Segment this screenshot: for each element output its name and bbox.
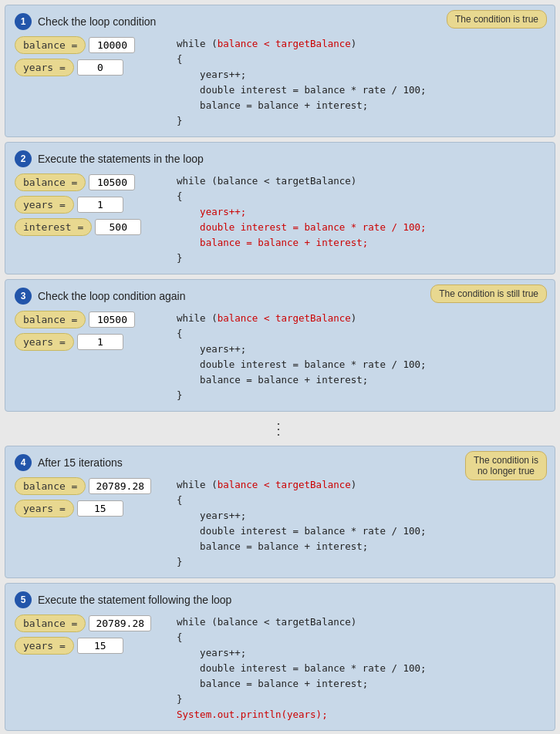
- step-title: Execute the statements in the loop: [38, 153, 204, 165]
- tooltip-bubble: The condition is true: [447, 10, 547, 29]
- variables-panel: balance = 10500 years = 1 interest = 500: [15, 173, 161, 236]
- var-row: years = 1: [15, 333, 161, 351]
- var-label: balance =: [15, 36, 86, 54]
- var-value: 10500: [89, 174, 135, 190]
- step-content: balance = 20789.28 years = 15 while (bal…: [15, 614, 545, 722]
- step-header: 5 Execute the statement following the lo…: [15, 591, 545, 608]
- code-panel: while (balance < targetBalance){ years++…: [177, 614, 545, 722]
- var-value: 500: [95, 219, 141, 235]
- var-label: balance =: [15, 614, 86, 632]
- step-block-2: 2 Execute the statements in the loop bal…: [5, 142, 555, 274]
- step-content: balance = 10500 years = 1 interest = 500…: [15, 173, 545, 266]
- step-header: 2 Execute the statements in the loop: [15, 150, 545, 167]
- var-value: 20789.28: [89, 615, 151, 631]
- var-label: years =: [15, 59, 74, 76]
- var-value: 15: [77, 638, 123, 654]
- step-number: 2: [15, 150, 32, 167]
- variables-panel: balance = 10000 years = 0: [15, 36, 161, 76]
- step-block-1: The condition is true 1 Check the loop c…: [5, 5, 555, 137]
- var-row: balance = 10000: [15, 36, 161, 54]
- var-label: years =: [15, 333, 74, 351]
- step-block-3: The condition is still true 3 Check the …: [5, 279, 555, 412]
- code-panel: while (balance < targetBalance){ years++…: [177, 173, 545, 266]
- var-label: balance =: [15, 477, 86, 495]
- step-number: 1: [15, 13, 32, 30]
- var-value: 10000: [89, 37, 135, 53]
- code-panel: while (balance < targetBalance){ years++…: [177, 477, 545, 570]
- step-number: 4: [15, 454, 32, 471]
- var-value: 0: [77, 59, 123, 76]
- continuation-dots: ⋮: [0, 416, 560, 441]
- var-row: balance = 10500: [15, 173, 161, 191]
- var-label: balance =: [15, 173, 86, 191]
- step-block-4: The condition isno longer true 4 After 1…: [5, 446, 555, 578]
- step-number: 5: [15, 591, 32, 608]
- var-value: 20789.28: [89, 478, 151, 494]
- var-row: years = 1: [15, 196, 161, 214]
- var-value: 15: [77, 500, 123, 517]
- step-content: balance = 10000 years = 0 while (balance…: [15, 36, 545, 129]
- var-value: 1: [77, 334, 123, 350]
- var-row: interest = 500: [15, 218, 161, 236]
- step-content: balance = 10500 years = 1 while (balance…: [15, 311, 545, 403]
- step-title: Check the loop condition: [38, 15, 156, 28]
- var-label: balance =: [15, 311, 86, 328]
- var-row: balance = 20789.28: [15, 477, 161, 495]
- variables-panel: balance = 10500 years = 1: [15, 311, 161, 351]
- variables-panel: balance = 20789.28 years = 15: [15, 614, 161, 655]
- variables-panel: balance = 20789.28 years = 15: [15, 477, 161, 517]
- step-title: After 15 iterations: [38, 456, 123, 469]
- var-label: years =: [15, 196, 74, 214]
- code-panel: while (balance < targetBalance){ years++…: [177, 311, 545, 403]
- step-content: balance = 20789.28 years = 15 while (bal…: [15, 477, 545, 570]
- var-row: balance = 20789.28: [15, 614, 161, 632]
- var-label: years =: [15, 500, 74, 517]
- step-title: Execute the statement following the loop: [38, 594, 231, 606]
- step-block-5: 5 Execute the statement following the lo…: [5, 583, 555, 731]
- tooltip-bubble: The condition is still true: [430, 285, 547, 303]
- var-value: 1: [77, 197, 123, 213]
- var-label: years =: [15, 637, 74, 655]
- var-row: years = 15: [15, 500, 161, 517]
- code-panel: while (balance < targetBalance){ years++…: [177, 36, 545, 129]
- var-value: 10500: [89, 311, 135, 328]
- var-row: balance = 10500: [15, 311, 161, 328]
- step-number: 3: [15, 288, 32, 305]
- step-title: Check the loop condition again: [38, 290, 185, 302]
- var-row: years = 15: [15, 637, 161, 655]
- var-label: interest =: [15, 218, 92, 236]
- var-row: years = 0: [15, 59, 161, 76]
- tooltip-bubble: The condition isno longer true: [465, 451, 547, 480]
